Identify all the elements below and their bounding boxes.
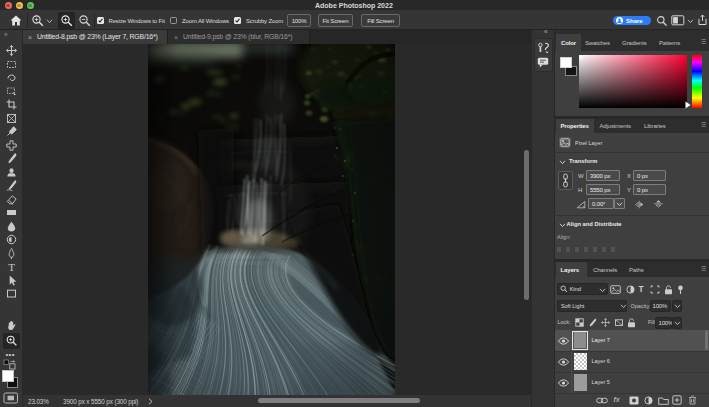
svg-text:T: T: [8, 261, 15, 273]
